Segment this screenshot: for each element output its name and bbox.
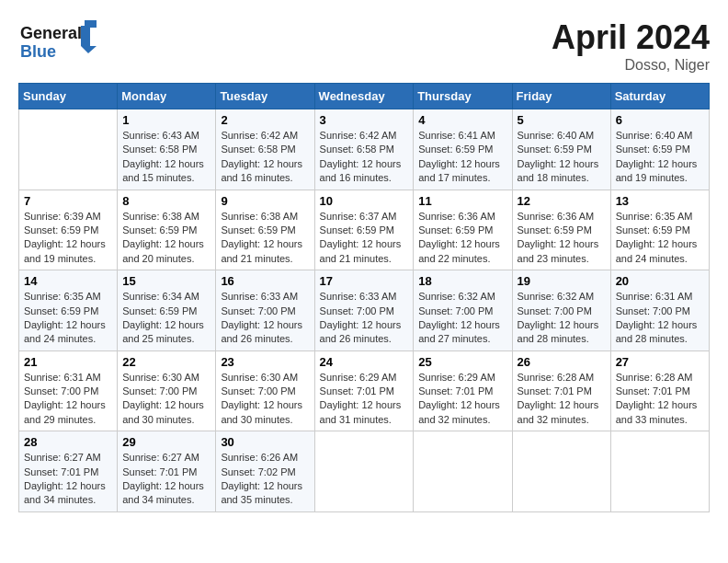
calendar-week-row: 7Sunrise: 6:39 AMSunset: 6:59 PMDaylight… (19, 190, 710, 270)
calendar-cell: 10Sunrise: 6:37 AMSunset: 6:59 PMDayligh… (314, 190, 414, 270)
day-number: 21 (24, 355, 112, 369)
day-number: 18 (418, 274, 506, 288)
calendar-cell: 24Sunrise: 6:29 AMSunset: 7:01 PMDayligh… (314, 350, 414, 431)
day-info: Sunrise: 6:36 AMSunset: 6:59 PMDaylight:… (518, 210, 606, 267)
day-info: Sunrise: 6:39 AMSunset: 6:59 PMDaylight:… (24, 210, 112, 267)
day-number: 14 (24, 274, 112, 288)
calendar-cell: 28Sunrise: 6:27 AMSunset: 7:01 PMDayligh… (19, 431, 118, 512)
svg-text:General: General (20, 24, 82, 42)
day-info: Sunrise: 6:42 AMSunset: 6:58 PMDaylight:… (320, 129, 409, 186)
day-info: Sunrise: 6:40 AMSunset: 6:59 PMDaylight:… (518, 129, 606, 186)
day-info: Sunrise: 6:36 AMSunset: 6:59 PMDaylight:… (418, 210, 506, 267)
day-number: 30 (221, 435, 309, 449)
day-number: 8 (122, 194, 210, 208)
day-info: Sunrise: 6:32 AMSunset: 7:00 PMDaylight:… (518, 290, 606, 347)
calendar-cell: 12Sunrise: 6:36 AMSunset: 6:59 PMDayligh… (512, 190, 610, 270)
day-info: Sunrise: 6:38 AMSunset: 6:59 PMDaylight:… (122, 210, 210, 267)
day-info: Sunrise: 6:30 AMSunset: 7:00 PMDaylight:… (221, 371, 309, 428)
calendar-cell: 26Sunrise: 6:28 AMSunset: 7:01 PMDayligh… (512, 350, 610, 431)
header-monday: Monday (118, 84, 216, 109)
calendar-cell: 6Sunrise: 6:40 AMSunset: 6:59 PMDaylight… (610, 109, 709, 190)
day-info: Sunrise: 6:32 AMSunset: 7:00 PMDaylight:… (418, 290, 506, 347)
day-number: 3 (320, 113, 409, 127)
svg-marker-3 (85, 20, 97, 28)
day-number: 29 (122, 435, 210, 449)
day-info: Sunrise: 6:27 AMSunset: 7:01 PMDaylight:… (122, 451, 210, 508)
calendar-cell: 9Sunrise: 6:38 AMSunset: 6:59 PMDaylight… (216, 190, 314, 270)
header-wednesday: Wednesday (314, 84, 414, 109)
calendar-week-row: 28Sunrise: 6:27 AMSunset: 7:01 PMDayligh… (19, 431, 710, 512)
calendar-cell (314, 431, 414, 512)
calendar-cell: 4Sunrise: 6:41 AMSunset: 6:59 PMDaylight… (414, 109, 512, 190)
day-number: 26 (518, 355, 606, 369)
day-number: 17 (320, 274, 409, 288)
day-info: Sunrise: 6:33 AMSunset: 7:00 PMDaylight:… (320, 290, 409, 347)
calendar-cell: 14Sunrise: 6:35 AMSunset: 6:59 PMDayligh… (19, 270, 118, 351)
header-tuesday: Tuesday (216, 84, 314, 109)
calendar-cell (512, 431, 610, 512)
header-thursday: Thursday (414, 84, 512, 109)
day-info: Sunrise: 6:28 AMSunset: 7:01 PMDaylight:… (518, 371, 606, 428)
day-number: 19 (518, 274, 606, 288)
calendar-cell: 8Sunrise: 6:38 AMSunset: 6:59 PMDaylight… (118, 190, 216, 270)
month-title: April 2024 (552, 18, 710, 57)
day-number: 5 (518, 113, 606, 127)
day-number: 13 (616, 194, 704, 208)
day-info: Sunrise: 6:31 AMSunset: 7:00 PMDaylight:… (616, 290, 704, 347)
calendar-cell: 2Sunrise: 6:42 AMSunset: 6:58 PMDaylight… (216, 109, 314, 190)
calendar-cell: 19Sunrise: 6:32 AMSunset: 7:00 PMDayligh… (512, 270, 610, 351)
title-block: April 2024 Dosso, Niger (552, 18, 710, 74)
calendar-week-row: 21Sunrise: 6:31 AMSunset: 7:00 PMDayligh… (19, 350, 710, 431)
day-number: 27 (616, 355, 704, 369)
calendar-cell: 7Sunrise: 6:39 AMSunset: 6:59 PMDaylight… (19, 190, 118, 270)
day-number: 24 (320, 355, 409, 369)
day-info: Sunrise: 6:37 AMSunset: 6:59 PMDaylight:… (320, 210, 409, 267)
calendar-cell: 23Sunrise: 6:30 AMSunset: 7:00 PMDayligh… (216, 350, 314, 431)
calendar-cell (19, 109, 118, 190)
calendar-cell: 25Sunrise: 6:29 AMSunset: 7:01 PMDayligh… (414, 350, 512, 431)
day-info: Sunrise: 6:42 AMSunset: 6:58 PMDaylight:… (221, 129, 309, 186)
day-number: 4 (418, 113, 506, 127)
day-info: Sunrise: 6:41 AMSunset: 6:59 PMDaylight:… (418, 129, 506, 186)
day-number: 22 (122, 355, 210, 369)
calendar-cell: 5Sunrise: 6:40 AMSunset: 6:59 PMDaylight… (512, 109, 610, 190)
calendar-cell (610, 431, 709, 512)
calendar-week-row: 14Sunrise: 6:35 AMSunset: 6:59 PMDayligh… (19, 270, 710, 351)
day-number: 2 (221, 113, 309, 127)
day-number: 7 (24, 194, 112, 208)
header-friday: Friday (512, 84, 610, 109)
day-info: Sunrise: 6:35 AMSunset: 6:59 PMDaylight:… (24, 290, 112, 347)
calendar-cell: 20Sunrise: 6:31 AMSunset: 7:00 PMDayligh… (610, 270, 709, 351)
logo: General Blue (18, 18, 97, 68)
day-number: 23 (221, 355, 309, 369)
calendar-header-row: SundayMondayTuesdayWednesdayThursdayFrid… (19, 84, 710, 109)
calendar-week-row: 1Sunrise: 6:43 AMSunset: 6:58 PMDaylight… (19, 109, 710, 190)
day-number: 10 (320, 194, 409, 208)
calendar-cell: 13Sunrise: 6:35 AMSunset: 6:59 PMDayligh… (610, 190, 709, 270)
svg-text:Blue: Blue (20, 42, 56, 61)
day-number: 11 (418, 194, 506, 208)
day-number: 12 (518, 194, 606, 208)
calendar-cell: 21Sunrise: 6:31 AMSunset: 7:00 PMDayligh… (19, 350, 118, 431)
day-info: Sunrise: 6:40 AMSunset: 6:59 PMDaylight:… (616, 129, 704, 186)
day-number: 1 (122, 113, 210, 127)
day-number: 6 (616, 113, 704, 127)
location: Dosso, Niger (552, 57, 710, 74)
day-info: Sunrise: 6:27 AMSunset: 7:01 PMDaylight:… (24, 451, 112, 508)
calendar-cell: 22Sunrise: 6:30 AMSunset: 7:00 PMDayligh… (118, 350, 216, 431)
calendar-cell (414, 431, 512, 512)
calendar-cell: 17Sunrise: 6:33 AMSunset: 7:00 PMDayligh… (314, 270, 414, 351)
page-header: General Blue April 2024 Dosso, Niger (18, 18, 710, 74)
header-saturday: Saturday (610, 84, 709, 109)
header-sunday: Sunday (19, 84, 118, 109)
day-number: 20 (616, 274, 704, 288)
calendar-cell: 15Sunrise: 6:34 AMSunset: 6:59 PMDayligh… (118, 270, 216, 351)
day-info: Sunrise: 6:33 AMSunset: 7:00 PMDaylight:… (221, 290, 309, 347)
logo-text: General Blue (18, 18, 97, 68)
calendar-table: SundayMondayTuesdayWednesdayThursdayFrid… (18, 83, 710, 512)
day-info: Sunrise: 6:38 AMSunset: 6:59 PMDaylight:… (221, 210, 309, 267)
day-info: Sunrise: 6:34 AMSunset: 6:59 PMDaylight:… (122, 290, 210, 347)
day-number: 25 (418, 355, 506, 369)
day-number: 9 (221, 194, 309, 208)
day-info: Sunrise: 6:28 AMSunset: 7:01 PMDaylight:… (616, 371, 704, 428)
